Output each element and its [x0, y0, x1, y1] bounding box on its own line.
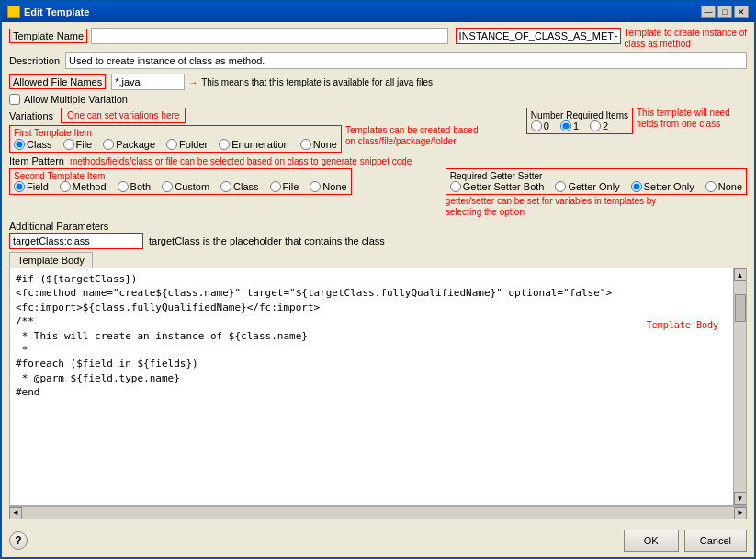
template-name-label: Template Name: [9, 29, 87, 43]
first-template-folder[interactable]: Folder: [166, 139, 208, 150]
getter-setter-both[interactable]: Getter Setter Both: [450, 181, 545, 192]
allow-multiple-variation-label: Allow Multiple Variation: [24, 94, 128, 105]
vertical-scrollbar[interactable]: ▲ ▼: [733, 268, 746, 505]
number-required-2[interactable]: 2: [590, 120, 608, 131]
instance-annotation-line1: Template to create instance of: [625, 28, 747, 38]
horizontal-scrollbar[interactable]: ◄ ►: [9, 506, 747, 519]
template-body-annotation: Template Body: [647, 319, 718, 332]
scroll-thumb[interactable]: [735, 294, 746, 322]
number-required-label: Number Required Items: [531, 110, 628, 120]
second-template-none[interactable]: None: [310, 181, 346, 192]
second-template-custom[interactable]: Custom: [162, 181, 209, 192]
main-content: Template Name Template to create instanc…: [2, 22, 754, 524]
description-row: Description: [9, 51, 747, 70]
second-template-method[interactable]: Method: [60, 181, 107, 192]
first-template-enumeration[interactable]: Enumeration: [219, 139, 288, 150]
getter-only[interactable]: Getter Only: [555, 181, 619, 192]
getter-setter-note: getter/setter can be set for variables i…: [446, 196, 666, 218]
first-template-file[interactable]: File: [63, 139, 93, 150]
cancel-button[interactable]: Cancel: [684, 530, 747, 552]
maximize-button[interactable]: □: [717, 6, 732, 18]
instance-class-input[interactable]: [456, 28, 621, 44]
item-pattern-label: Item Pattern: [9, 155, 64, 166]
second-template-file[interactable]: File: [270, 181, 299, 192]
scroll-up-button[interactable]: ▲: [734, 268, 747, 281]
arrow-icon: →: [188, 77, 197, 87]
description-label: Description: [9, 55, 60, 66]
item-pattern-annotation: methods/fields/class or file can be sele…: [70, 156, 412, 166]
second-template-radio-group: Field Method Both Custom Class File None: [14, 181, 347, 192]
close-button[interactable]: ✕: [734, 6, 749, 18]
variations-note: One can set variations here: [61, 108, 186, 123]
first-template-item-label: First Template Item: [14, 128, 337, 138]
param-input-row: targetClass is the placeholder that cont…: [9, 233, 747, 249]
scroll-right-button[interactable]: ►: [734, 507, 747, 519]
titlebar: Edit Template — □ ✕: [2, 2, 754, 22]
description-input[interactable]: [65, 52, 747, 69]
first-template-class[interactable]: Class: [14, 139, 52, 150]
template-name-input[interactable]: [91, 28, 448, 44]
second-template-item-label: Second Template Item: [14, 171, 347, 181]
second-template-both[interactable]: Both: [118, 181, 152, 192]
variations-label: Variations: [9, 110, 53, 121]
second-template-field[interactable]: Field: [14, 181, 49, 192]
template-body-area: #if (${targetClass}) <fc:method name="cr…: [9, 268, 747, 506]
getter-setter-none[interactable]: None: [705, 181, 742, 192]
first-template-package[interactable]: Package: [103, 139, 155, 150]
first-template-none[interactable]: None: [300, 139, 337, 150]
ok-button[interactable]: OK: [624, 530, 679, 552]
scroll-left-button[interactable]: ◄: [9, 507, 22, 519]
getter-setter-radio-group: Getter Setter Both Getter Only Setter On…: [450, 181, 742, 192]
param-note: targetClass is the placeholder that cont…: [149, 235, 385, 246]
allowed-file-names-label: Allowed File Names: [9, 74, 106, 89]
first-template-annotation: Templates can be created based on class/…: [345, 125, 483, 147]
item-pattern-section: Item Pattern methods/fields/class or fil…: [9, 155, 747, 218]
allowed-file-names-note: This means that this template is availab…: [201, 77, 433, 87]
additional-params-label: Additional Parameters: [9, 221, 108, 232]
scroll-down-button[interactable]: ▼: [734, 492, 747, 505]
titlebar-buttons: — □ ✕: [701, 6, 749, 18]
template-body-tab[interactable]: Template Body: [9, 252, 93, 268]
help-button[interactable]: ?: [9, 531, 28, 550]
bottom-bar: ? OK Cancel: [2, 524, 754, 557]
number-required-radio-group: 0 1 2: [531, 120, 628, 131]
setter-only[interactable]: Setter Only: [631, 181, 694, 192]
number-required-1[interactable]: 1: [560, 120, 579, 131]
instance-annotation-line2: class as method: [625, 39, 747, 49]
number-required-note: This template will need fields from one …: [637, 108, 747, 130]
edit-template-window: Edit Template — □ ✕ Template Name Templa…: [0, 0, 756, 559]
code-content[interactable]: #if (${targetClass}) <fc:method name="cr…: [10, 268, 733, 505]
allowed-file-names-input[interactable]: [111, 74, 185, 90]
allow-multiple-variation-checkbox[interactable]: [9, 94, 20, 105]
allowed-file-names-row: Allowed File Names → This means that thi…: [9, 73, 747, 91]
param-input[interactable]: [9, 233, 143, 249]
second-template-class[interactable]: Class: [220, 181, 259, 192]
additional-params-section: Additional Parameters targetClass is the…: [9, 221, 747, 249]
first-template-radio-group: Class File Package Folder Enumeration No…: [14, 139, 337, 150]
window-title: Edit Template: [24, 6, 89, 17]
titlebar-left: Edit Template: [7, 6, 89, 18]
minimize-button[interactable]: —: [701, 6, 716, 18]
action-buttons: OK Cancel: [624, 530, 747, 552]
number-required-0[interactable]: 0: [531, 120, 549, 131]
allow-multiple-variation-row: Allow Multiple Variation: [9, 94, 747, 105]
window-icon: [7, 6, 20, 18]
required-getter-setter-label: Required Getter Setter: [450, 171, 742, 181]
